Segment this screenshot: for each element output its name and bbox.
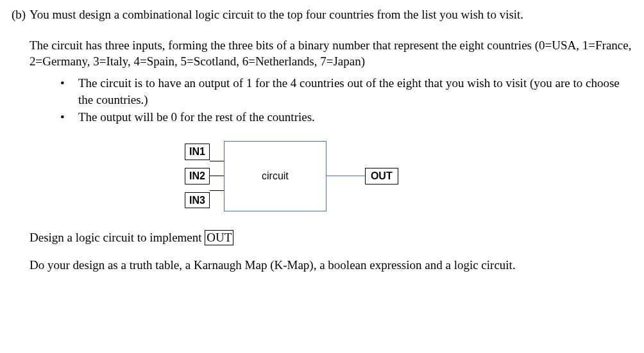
input-column: IN1 IN2 IN3	[185, 144, 210, 208]
wire-in3	[210, 190, 224, 191]
final-instruction: Do your design as a truth table, a Karna…	[12, 257, 632, 274]
question-label: (b)	[12, 6, 30, 23]
question-header: (b) You must design a combinational logi…	[12, 6, 632, 23]
question-text: You must design a combinational logic ci…	[30, 6, 632, 23]
input-in1: IN1	[185, 144, 210, 160]
input-in2: IN2	[185, 168, 210, 185]
design-prefix: Design a logic circuit to implement	[30, 231, 205, 244]
input-in3: IN3	[185, 192, 210, 209]
list-item: The output will be 0 for the rest of the…	[60, 109, 632, 126]
paragraph-intro: The circuit has three inputs, forming th…	[12, 37, 632, 70]
list-item: The circuit is to have an output of 1 fo…	[60, 75, 632, 108]
wire-in2	[210, 176, 224, 176]
output-out: OUT	[365, 168, 398, 185]
design-instruction: Design a logic circuit to implement OUT	[12, 229, 632, 246]
input-wires	[210, 153, 224, 199]
wire-out	[326, 176, 365, 176]
design-out-boxed: OUT	[205, 230, 233, 245]
circuit-diagram: IN1 IN2 IN3 circuit OUT	[12, 141, 632, 211]
circuit-box: circuit	[224, 141, 326, 211]
wire-in1	[210, 161, 224, 161]
bullet-list: The circuit is to have an output of 1 fo…	[12, 75, 632, 126]
